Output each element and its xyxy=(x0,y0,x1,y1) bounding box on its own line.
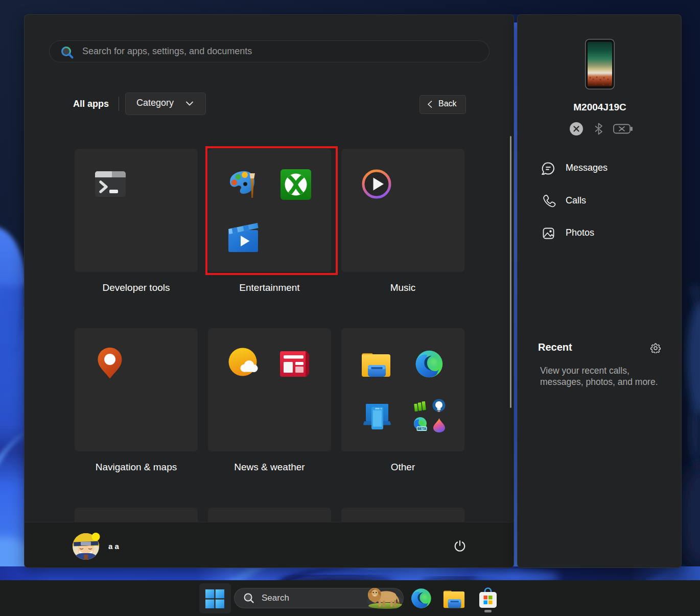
svg-text:BETA: BETA xyxy=(417,427,427,430)
